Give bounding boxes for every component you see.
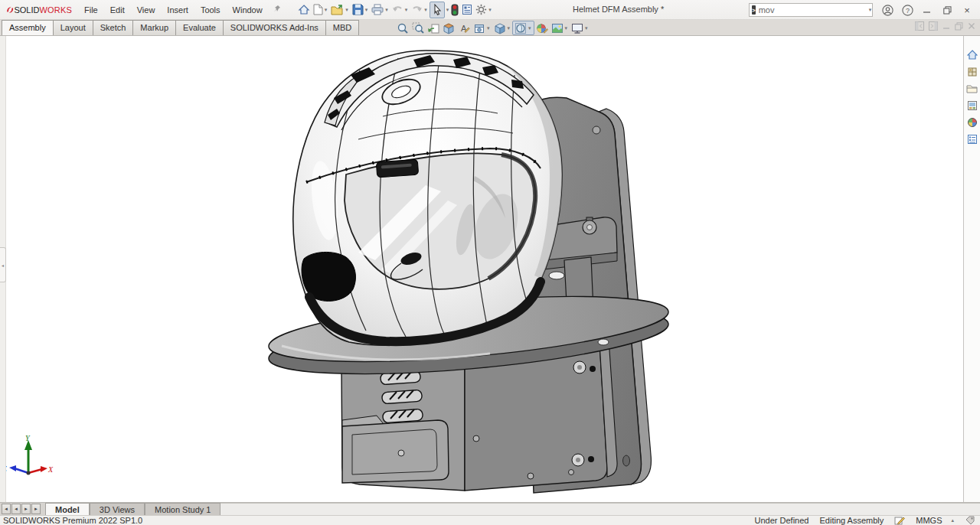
save-caret[interactable]: ▾ <box>365 7 368 13</box>
display-style-icon[interactable]: ▾ <box>512 21 534 35</box>
first-tab-button[interactable]: ◄ <box>2 504 11 514</box>
window-controls: ? × <box>877 0 977 20</box>
print-caret[interactable]: ▾ <box>385 7 388 13</box>
appearances-scenes-icon[interactable] <box>965 116 979 129</box>
pin-menu-icon[interactable] <box>273 5 281 15</box>
solidworks-resources-home-icon[interactable] <box>965 48 979 61</box>
heads-up-view-toolbar: A ▾ ▾ ▾ ▾ ▾ <box>395 21 590 35</box>
doc-close-icon[interactable] <box>968 22 975 30</box>
bottom-bar-filler <box>220 503 980 515</box>
tab-evaluate[interactable]: Evaluate <box>175 20 224 35</box>
display-style-caret[interactable]: ▾ <box>528 25 531 31</box>
status-right-cluster: Under Defined Editing Assembly MMGS ▴ <box>755 516 975 525</box>
select-tool-caret[interactable]: ▾ <box>446 7 449 13</box>
help-icon[interactable]: ? <box>897 0 917 20</box>
menu-window[interactable]: Window <box>227 2 269 18</box>
view-selector-icon[interactable]: ▾ <box>472 21 492 35</box>
bottom-tab-bar: ◄ ◄ ► ► Model 3D Views Motion Study 1 <box>0 502 980 515</box>
tab-model[interactable]: Model <box>45 503 90 516</box>
editing-sheet-icon[interactable] <box>894 516 905 525</box>
menu-tools[interactable]: Tools <box>194 2 227 18</box>
design-library-icon[interactable] <box>965 65 979 78</box>
drawer-tray[interactable] <box>342 416 449 483</box>
search-caret[interactable]: ▾ <box>869 7 872 13</box>
doc-restore-icon[interactable] <box>955 22 963 31</box>
custom-properties-icon[interactable] <box>965 132 979 145</box>
open-button[interactable]: ▾ <box>329 2 351 18</box>
options-caret[interactable]: ▾ <box>488 7 492 13</box>
triad-z-label: Z <box>6 465 7 473</box>
file-explorer-icon[interactable] <box>965 82 979 95</box>
menu-insert[interactable]: Insert <box>161 2 194 18</box>
graphics-viewport[interactable]: Y X Z <box>6 36 963 502</box>
edit-appearance-icon[interactable] <box>534 21 550 35</box>
new-document-caret[interactable]: ▾ <box>325 7 328 13</box>
file-properties-button[interactable] <box>460 2 474 18</box>
next-tab-button[interactable]: ► <box>21 504 31 514</box>
restore-button[interactable] <box>937 0 957 20</box>
zoom-to-fit-icon[interactable] <box>395 21 410 35</box>
view-orientation-caret[interactable]: ▾ <box>508 25 511 31</box>
section-view-icon[interactable] <box>441 21 456 35</box>
menu-bar: File Edit View Insert Tools Window <box>78 2 269 18</box>
doc-minimize-icon[interactable] <box>942 22 950 30</box>
logo-text-works: WORKS <box>39 5 72 15</box>
apply-scene-icon[interactable]: ▾ <box>550 21 570 35</box>
document-title: Helmet DFM Assembly * <box>573 5 664 14</box>
tab-assembly[interactable]: Assembly <box>2 20 54 35</box>
logo-text-solid: SOLID <box>14 5 39 15</box>
select-tool-button[interactable] <box>430 2 445 18</box>
redo-caret[interactable]: ▾ <box>424 7 427 13</box>
previous-tab-button[interactable]: ◄ <box>11 504 21 514</box>
solidworks-window: SOLIDWORKS File Edit View Insert Tools W… <box>0 0 980 525</box>
previous-view-icon[interactable] <box>426 21 441 35</box>
menu-view[interactable]: View <box>131 2 162 18</box>
zoom-to-area-icon[interactable] <box>410 21 426 35</box>
dynamic-annotation-views-icon[interactable]: A <box>456 21 472 35</box>
helmet[interactable] <box>293 51 562 345</box>
home-button[interactable] <box>296 2 312 18</box>
tab-motion-study-1[interactable]: Motion Study 1 <box>145 503 220 516</box>
view-selector-caret[interactable]: ▾ <box>487 25 490 31</box>
view-orientation-icon[interactable]: ▾ <box>492 21 513 35</box>
tags-icon[interactable] <box>965 516 975 525</box>
tab-solidworks-add-ins[interactable]: SOLIDWORKS Add-Ins <box>223 20 326 35</box>
tab-mbd[interactable]: MBD <box>325 20 359 35</box>
user-account-icon[interactable] <box>877 0 897 20</box>
units-selector[interactable]: MMGS ▴ <box>916 516 955 525</box>
undo-button[interactable]: ▾ <box>390 2 410 18</box>
3d-model-helmet-assembly[interactable]: Y X Z <box>6 36 963 502</box>
pane-left-icon[interactable] <box>915 21 924 31</box>
last-tab-button[interactable]: ► <box>31 504 41 514</box>
view-palette-icon[interactable] <box>965 99 979 112</box>
close-button[interactable]: × <box>957 0 977 20</box>
search-box[interactable]: > ▾ <box>749 3 873 17</box>
redo-button[interactable]: ▾ <box>410 2 430 18</box>
minimize-button[interactable] <box>917 0 937 20</box>
print-button[interactable]: ▾ <box>370 2 390 18</box>
pane-right-icon[interactable] <box>929 21 938 31</box>
feature-manager-collapse-tab[interactable]: ◂ <box>0 247 6 282</box>
open-caret[interactable]: ▾ <box>345 7 348 13</box>
orientation-triad: Y X Z <box>6 434 54 475</box>
view-settings-icon[interactable]: ▾ <box>570 21 590 35</box>
undo-caret[interactable]: ▾ <box>405 7 408 13</box>
search-input[interactable] <box>759 5 867 15</box>
units-caret[interactable]: ▴ <box>951 517 954 523</box>
tab-layout[interactable]: Layout <box>53 20 93 35</box>
tab-markup[interactable]: Markup <box>132 20 176 35</box>
view-settings-caret[interactable]: ▾ <box>585 25 588 31</box>
apply-scene-caret[interactable]: ▾ <box>565 25 568 31</box>
document-window-controls <box>915 21 975 31</box>
menu-edit[interactable]: Edit <box>104 2 131 18</box>
vent-slots <box>381 370 423 423</box>
triad-y-label: Y <box>25 434 31 442</box>
left-gutter: ◂ <box>0 36 6 502</box>
new-document-button[interactable]: ▾ <box>312 2 330 18</box>
tab-sketch[interactable]: Sketch <box>93 20 134 35</box>
save-button[interactable]: ▾ <box>351 2 371 18</box>
options-button[interactable]: ▾ <box>474 2 494 18</box>
rebuild-button[interactable] <box>449 2 460 18</box>
tab-3d-views[interactable]: 3D Views <box>90 503 145 516</box>
menu-file[interactable]: File <box>78 2 104 18</box>
